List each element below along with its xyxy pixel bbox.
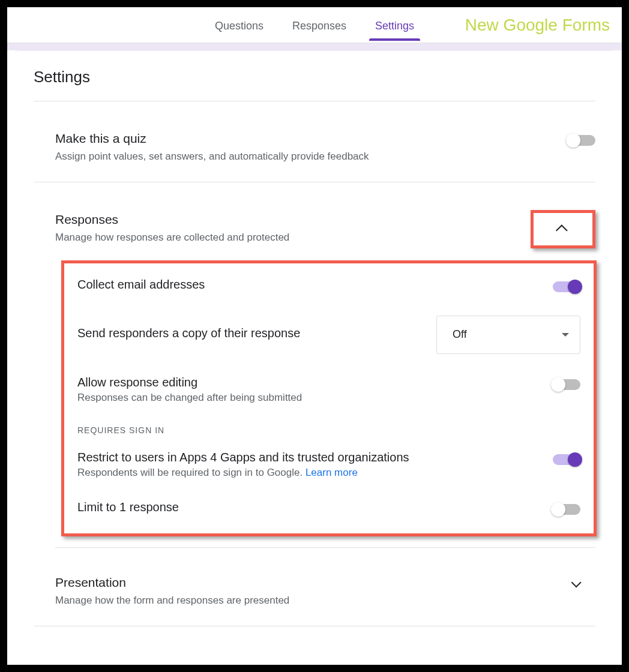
chevron-up-icon <box>556 224 568 236</box>
presentation-expand-button[interactable] <box>571 577 582 587</box>
tab-settings[interactable]: Settings <box>373 10 417 40</box>
restrict-toggle[interactable] <box>553 454 580 465</box>
tab-responses[interactable]: Responses <box>290 10 349 40</box>
restrict-desc: Respondents will be required to sign in … <box>77 467 553 479</box>
learn-more-link[interactable]: Learn more <box>305 467 358 478</box>
quiz-toggle[interactable] <box>568 135 595 146</box>
new-forms-label: New Google Forms <box>465 16 610 35</box>
responses-header-text: Responses Manage how responses are colle… <box>55 212 531 245</box>
settings-card: Settings Make this a quiz Assign point v… <box>14 50 615 626</box>
presentation-title: Presentation <box>55 575 571 590</box>
quiz-title: Make this a quiz <box>55 131 568 146</box>
responses-options-highlight: Collect email addresses Send responders … <box>61 260 597 536</box>
section-responses: Responses Manage how responses are colle… <box>34 182 595 626</box>
section-quiz: Make this a quiz Assign point values, se… <box>34 101 595 182</box>
presentation-desc: Manage how the form and responses are pr… <box>55 593 571 608</box>
page-title: Settings <box>34 68 595 101</box>
allow-edit-title: Allow response editing <box>77 376 553 389</box>
restrict-title: Restrict to users in Apps 4 Gapps and it… <box>77 451 553 464</box>
restrict-desc-text: Respondents will be required to sign in … <box>77 467 305 478</box>
quiz-desc: Assign point values, set answers, and au… <box>55 149 568 164</box>
collect-email-toggle[interactable] <box>553 281 580 292</box>
responses-title: Responses <box>55 212 531 227</box>
collect-email-label: Collect email addresses <box>77 278 205 292</box>
limit-response-toggle[interactable] <box>553 504 580 515</box>
send-copy-dropdown[interactable]: Off <box>436 316 580 354</box>
send-copy-label: Send responders a copy of their response <box>77 326 300 340</box>
dropdown-caret-icon <box>562 333 569 337</box>
allow-edit-toggle[interactable] <box>553 379 580 390</box>
responses-collapse-button[interactable] <box>531 210 595 248</box>
send-copy-value: Off <box>453 328 467 341</box>
app-window: Questions Responses Settings New Google … <box>7 7 622 665</box>
responses-desc: Manage how responses are collected and p… <box>55 230 531 245</box>
presentation-text: Presentation Manage how the form and res… <box>55 575 571 608</box>
accent-strip <box>7 43 622 50</box>
allow-edit-desc: Responses can be changed after being sub… <box>77 392 553 404</box>
tabs-bar: Questions Responses Settings New Google … <box>7 7 622 43</box>
requires-signin-label: REQUIRES SIGN IN <box>77 425 580 435</box>
tab-questions[interactable]: Questions <box>212 10 266 40</box>
limit-response-label: Limit to 1 response <box>77 500 179 514</box>
quiz-text: Make this a quiz Assign point values, se… <box>55 131 568 164</box>
tabs: Questions Responses Settings <box>212 10 417 40</box>
